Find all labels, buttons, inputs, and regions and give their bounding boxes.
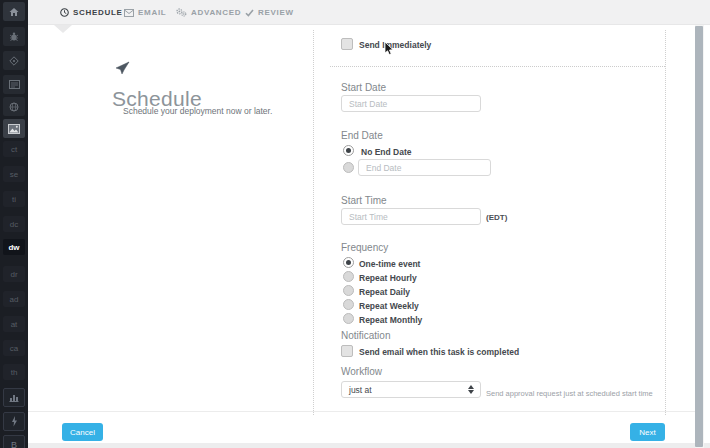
gem-icon[interactable]: [3, 51, 25, 70]
globe-icon[interactable]: [3, 97, 25, 116]
select-arrows-icon: [468, 385, 474, 394]
end-date-radio[interactable]: [343, 162, 354, 173]
gears-icon: [176, 8, 187, 17]
tab-label: ADVANCED: [191, 8, 241, 17]
vertical-scrollbar[interactable]: [695, 25, 704, 448]
sidebar-item-at[interactable]: at: [3, 316, 25, 332]
end-date-input[interactable]: [358, 159, 491, 176]
start-time-input[interactable]: [341, 208, 481, 225]
no-end-date-radio[interactable]: [343, 145, 354, 156]
sidebar-item-label: dc: [10, 220, 18, 229]
sidebar-item-label: at: [11, 320, 18, 329]
sidebar-item-dw-active[interactable]: dw: [3, 239, 25, 255]
list-icon: [9, 80, 20, 89]
frequency-option-label: Repeat Weekly: [359, 301, 419, 311]
sidebar-item-label: ct: [11, 145, 17, 154]
sidebar-item-label: se: [10, 170, 18, 179]
start-date-input[interactable]: [341, 95, 481, 112]
b-badge-label: B: [11, 440, 17, 448]
page-description: Schedule your deployment now or later.: [123, 106, 272, 116]
tab-label: REVIEW: [258, 8, 294, 17]
image-icon: [8, 124, 20, 134]
sidebar-item-label: ca: [10, 344, 18, 353]
tab-label: SCHEDULE: [73, 8, 123, 17]
main-panel: Schedule Schedule your deployment now or…: [28, 25, 695, 448]
sidebar-item-th[interactable]: th: [3, 364, 25, 380]
mouse-cursor-icon: [384, 41, 396, 61]
b-badge-icon[interactable]: B: [3, 435, 25, 448]
bug-icon: [9, 32, 19, 42]
sidebar-item-label: dw: [8, 243, 19, 252]
workflow-select[interactable]: just at: [341, 381, 481, 398]
bug-icon[interactable]: [3, 27, 25, 46]
gem-icon: [9, 56, 19, 66]
no-end-date-label: No End Date: [361, 147, 412, 157]
image-icon[interactable]: [3, 119, 25, 138]
envelope-icon: [124, 9, 134, 17]
chart-icon: [9, 393, 19, 402]
sidebar-item-dc[interactable]: dc: [3, 216, 25, 232]
scrollbar-thumb[interactable]: [695, 26, 703, 447]
cancel-button[interactable]: Cancel: [62, 423, 103, 441]
tab-schedule[interactable]: SCHEDULE: [60, 0, 123, 25]
wizard-tab-bar: SCHEDULE EMAIL ADVANCED REVIEW: [28, 0, 710, 25]
start-date-section-label: Start Date: [341, 82, 386, 93]
sidebar-item-label: th: [11, 368, 18, 377]
sidebar-item-se[interactable]: se: [3, 166, 25, 182]
frequency-one-time-radio[interactable]: [343, 257, 354, 268]
frequency-option-label: Repeat Daily: [359, 287, 410, 297]
start-time-section-label: Start Time: [341, 195, 387, 206]
sidebar-item-label: ti: [12, 195, 16, 204]
frequency-hourly-radio[interactable]: [343, 271, 354, 282]
send-immediately-checkbox[interactable]: [341, 38, 353, 50]
frequency-monthly-radio[interactable]: [343, 313, 354, 324]
list-icon[interactable]: [3, 75, 25, 94]
bolt-icon: [11, 416, 18, 427]
bottom-strip: [28, 443, 710, 448]
frequency-option-label: One-time event: [359, 259, 420, 269]
panel-divider-right: [665, 30, 666, 415]
sidebar-item-dr[interactable]: dr: [3, 266, 25, 282]
notification-checkbox[interactable]: [341, 345, 353, 357]
notification-checkbox-label: Send email when this task is completed: [359, 347, 519, 357]
home-icon[interactable]: [3, 2, 25, 21]
chart-icon[interactable]: [3, 388, 25, 407]
workflow-helper-text: Send approval request just at scheduled …: [486, 389, 656, 398]
sidebar-item-label: dr: [10, 270, 17, 279]
sidebar-item-ct[interactable]: ct: [3, 141, 25, 157]
tab-email[interactable]: EMAIL: [124, 0, 166, 25]
active-tab-caret: [54, 25, 72, 33]
sidebar-item-ca[interactable]: ca: [3, 340, 25, 356]
frequency-option-label: Repeat Monthly: [359, 315, 422, 325]
tab-label: EMAIL: [138, 8, 166, 17]
panel-divider-left: [313, 30, 314, 415]
timezone-label: (EDT): [486, 213, 507, 222]
bolt-icon[interactable]: [3, 412, 25, 431]
frequency-section-label: Frequency: [341, 242, 388, 253]
check-icon: [245, 9, 254, 17]
frequency-option-label: Repeat Hourly: [359, 273, 417, 283]
workflow-section-label: Workflow: [341, 366, 382, 377]
sidebar-item-ti[interactable]: ti: [3, 191, 25, 207]
sidebar-item-ad[interactable]: ad: [3, 291, 25, 307]
notification-section-label: Notification: [341, 330, 390, 341]
globe-icon: [9, 102, 19, 112]
home-icon: [9, 7, 19, 17]
sidebar-item-label: ad: [10, 295, 19, 304]
clock-icon: [60, 8, 69, 17]
frequency-weekly-radio[interactable]: [343, 299, 354, 310]
next-button[interactable]: Next: [630, 423, 665, 441]
footer-divider: [28, 411, 695, 412]
end-date-section-label: End Date: [341, 130, 383, 141]
tab-review[interactable]: REVIEW: [245, 0, 294, 25]
app-sidebar: ct se ti dc dw dr ad at ca th B: [0, 0, 28, 448]
frequency-daily-radio[interactable]: [343, 285, 354, 296]
workflow-selected-value: just at: [349, 385, 372, 395]
tab-advanced[interactable]: ADVANCED: [176, 0, 241, 25]
section-divider: [330, 66, 665, 67]
paper-plane-icon: [115, 61, 130, 79]
